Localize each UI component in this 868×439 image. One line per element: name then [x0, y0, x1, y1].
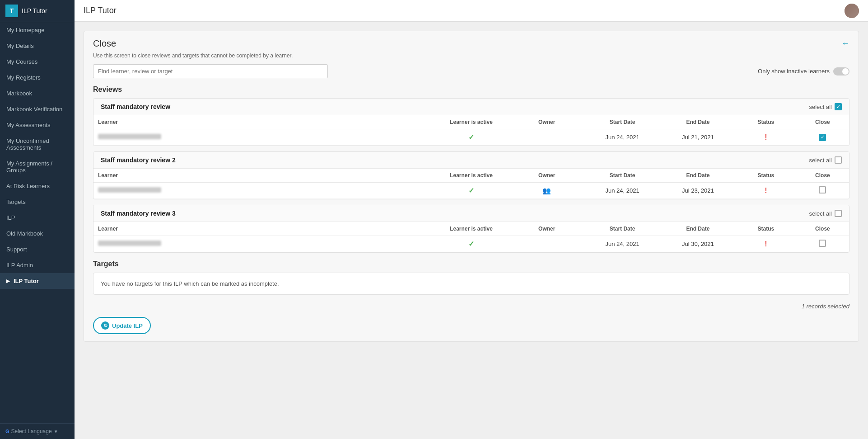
close-checkbox-2-1[interactable]	[819, 186, 826, 194]
sidebar-item-ilp-tutor[interactable]: ▶ ILP Tutor	[0, 273, 75, 289]
update-ilp-icon: ↻	[101, 321, 109, 330]
sidebar-item-markbook[interactable]: Markbook	[0, 85, 75, 101]
close-checkbox-3-1[interactable]	[819, 240, 826, 247]
end-cell-1-1: Jul 21, 2021	[660, 129, 736, 146]
learner-cell-3-1	[93, 236, 434, 252]
reviews-section-title: Reviews	[93, 85, 849, 94]
sidebar-item-my-details[interactable]: My Details	[0, 38, 75, 54]
active-cell-2-1: ✓	[434, 183, 509, 199]
review-1-name: Staff mandatory review	[101, 103, 170, 110]
review-3-select-all-label[interactable]: select all	[809, 210, 832, 217]
close-cell-2-1[interactable]	[796, 183, 849, 199]
active-check-icon-2: ✓	[468, 187, 474, 194]
close-panel: Close ← Use this screen to close reviews…	[84, 31, 859, 342]
select-language-label[interactable]: Select Language	[11, 428, 52, 434]
col-header-owner-3: Owner	[509, 222, 584, 236]
review-1-select-all-checkbox[interactable]: ✓	[835, 103, 842, 110]
review-2-select-all-checkbox[interactable]	[835, 156, 842, 164]
review-2-name: Staff mandatory review 2	[101, 156, 176, 164]
sidebar-footer: G Select Language ▼	[0, 423, 75, 439]
review-2-select-all-label[interactable]: select all	[809, 157, 832, 164]
end-cell-2-1: Jul 23, 2021	[660, 183, 736, 199]
col-header-active-1: Learner is active	[434, 115, 509, 129]
avatar[interactable]	[845, 4, 859, 18]
review-3-select-all-checkbox[interactable]	[835, 210, 842, 217]
sidebar-item-at-risk-learners[interactable]: At Risk Learners	[0, 178, 75, 194]
sidebar-item-my-registers[interactable]: My Registers	[0, 70, 75, 85]
review-1-table: Learner Learner is active Owner Start Da…	[93, 115, 849, 146]
review-1-select-all-label[interactable]: select all	[809, 104, 832, 110]
col-header-active-3: Learner is active	[434, 222, 509, 236]
review-block-1-header: Staff mandatory review select all ✓	[93, 99, 849, 115]
owner-cell-3-1	[509, 236, 584, 252]
chevron-down-icon: ▼	[54, 429, 58, 434]
sidebar-item-markbook-verification[interactable]: Markbook Verification	[0, 101, 75, 117]
learner-cell-1-1	[93, 129, 434, 146]
col-header-status-3: Status	[736, 222, 796, 236]
close-checkbox-1-1[interactable]: ✓	[819, 134, 826, 141]
inactive-learners-toggle-row: Only show inactive learners	[758, 67, 849, 76]
sidebar-item-ilp[interactable]: ILP	[0, 210, 75, 226]
col-header-end-3: End Date	[660, 222, 736, 236]
status-alert-icon: !	[765, 133, 767, 141]
table-row: ✓ Jun 24, 2021 Jul 21, 2021 ! ✓	[93, 129, 849, 146]
table-row: ✓ Jun 24, 2021 Jul 30, 2021 !	[93, 236, 849, 252]
footer-row: 1 records selected	[93, 300, 849, 312]
review-block-3: Staff mandatory review 3 select all Lear…	[93, 205, 849, 253]
sidebar-item-my-assessments[interactable]: My Assessments	[0, 117, 75, 133]
status-alert-icon-3: !	[765, 240, 767, 248]
update-ilp-button[interactable]: ↻ Update ILP	[93, 317, 151, 334]
sidebar-item-targets[interactable]: Targets	[0, 194, 75, 210]
sidebar: T ILP Tutor My Homepage My Details My Co…	[0, 0, 75, 439]
learner-cell-2-1	[93, 183, 434, 199]
col-header-end-2: End Date	[660, 169, 736, 183]
start-cell-3-1: Jun 24, 2021	[584, 236, 660, 252]
records-selected-label: 1 records selected	[802, 303, 849, 310]
close-header: Close ←	[93, 38, 849, 49]
sidebar-item-my-assignments-groups[interactable]: My Assignments / Groups	[0, 156, 75, 178]
col-header-end-1: End Date	[660, 115, 736, 129]
sidebar-item-support[interactable]: Support	[0, 241, 75, 257]
col-header-active-2: Learner is active	[434, 169, 509, 183]
review-2-select-all-row: select all	[809, 156, 842, 164]
col-header-start-1: Start Date	[584, 115, 660, 129]
close-description: Use this screen to close reviews and tar…	[93, 52, 849, 59]
col-header-close-3: Close	[796, 222, 849, 236]
end-cell-3-1: Jul 30, 2021	[660, 236, 736, 252]
review-3-name: Staff mandatory review 3	[101, 210, 176, 217]
avatar-image	[845, 4, 859, 18]
close-cell-1-1[interactable]: ✓	[796, 129, 849, 146]
col-header-close-1: Close	[796, 115, 849, 129]
col-header-status-1: Status	[736, 115, 796, 129]
sidebar-nav: My Homepage My Details My Courses My Reg…	[0, 22, 75, 423]
review-block-1: Staff mandatory review select all ✓ Lear…	[93, 98, 849, 146]
targets-block: You have no targets for this ILP which c…	[93, 273, 849, 295]
sidebar-item-my-courses[interactable]: My Courses	[0, 54, 75, 70]
review-1-select-all-row: select all ✓	[809, 103, 842, 110]
review-3-select-all-row: select all	[809, 210, 842, 217]
col-header-owner-1: Owner	[509, 115, 584, 129]
active-check-icon-3: ✓	[468, 240, 474, 248]
col-header-learner-2: Learner	[93, 169, 434, 183]
sidebar-item-old-markbook[interactable]: Old Markbook	[0, 226, 75, 241]
owner-cell-2-1: 👥	[509, 183, 584, 199]
sidebar-item-my-unconfirmed-assessments[interactable]: My Unconfirmed Assessments	[0, 133, 75, 156]
sidebar-item-my-homepage[interactable]: My Homepage	[0, 22, 75, 38]
app-title: ILP Tutor	[22, 7, 47, 14]
main-area: ILP Tutor Close ← Use this screen to clo…	[75, 0, 868, 439]
update-ilp-label: Update ILP	[112, 322, 143, 329]
start-cell-1-1: Jun 24, 2021	[584, 129, 660, 146]
owner-cell-1-1	[509, 129, 584, 146]
active-cell-1-1: ✓	[434, 129, 509, 146]
close-cell-3-1[interactable]	[796, 236, 849, 252]
back-arrow-button[interactable]: ←	[841, 39, 849, 48]
inactive-learners-toggle[interactable]	[833, 67, 849, 76]
status-cell-2-1: !	[736, 183, 796, 199]
col-header-status-2: Status	[736, 169, 796, 183]
blurred-learner-name-2	[98, 187, 161, 193]
sidebar-item-ilp-admin[interactable]: ILP Admin	[0, 257, 75, 273]
no-targets-message: You have no targets for this ILP which c…	[101, 280, 279, 287]
topbar-title: ILP Tutor	[84, 6, 117, 15]
google-icon: G	[5, 429, 9, 434]
search-input[interactable]	[93, 64, 328, 78]
